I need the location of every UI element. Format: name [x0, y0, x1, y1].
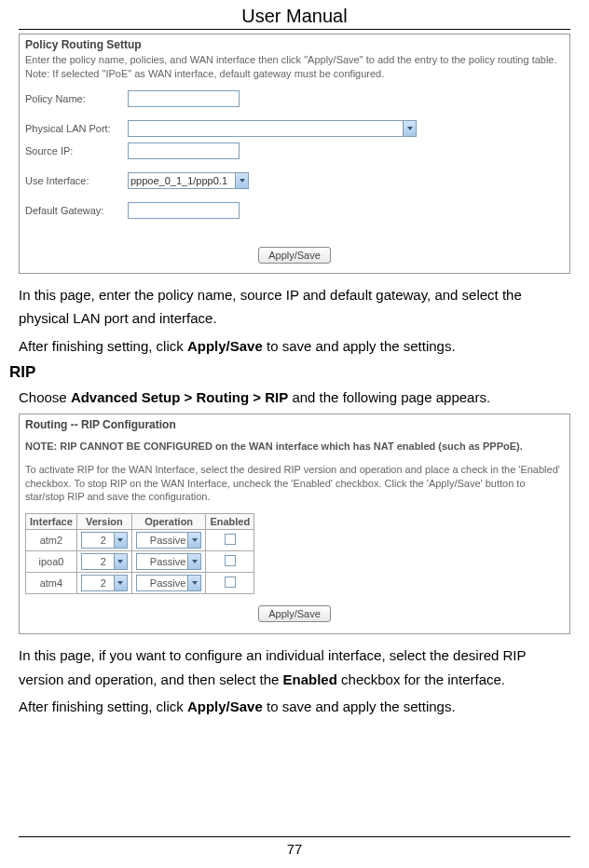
enabled-checkbox[interactable] — [225, 576, 236, 588]
page-footer: 77 — [0, 836, 589, 857]
rip-instruction-2: After finishing setting, click Apply/Sav… — [19, 695, 570, 719]
policy-apply-row: Apply/Save — [25, 247, 564, 264]
rip-config-panel: Routing -- RIP Configuration NOTE: RIP C… — [19, 414, 570, 635]
default-gateway-input[interactable] — [128, 202, 240, 219]
physical-lan-port-select[interactable] — [128, 120, 417, 137]
rip-interface-table: Interface Version Operation Enabled atm2… — [25, 513, 254, 594]
chevron-down-icon — [114, 533, 127, 548]
chevron-down-icon — [114, 554, 127, 569]
rip-panel-title: Routing -- RIP Configuration — [25, 418, 564, 431]
th-operation: Operation — [131, 514, 206, 530]
source-ip-input[interactable] — [128, 142, 240, 159]
cell-version: 2 — [76, 573, 131, 594]
rip-apply-row: Apply/Save — [25, 605, 564, 622]
cell-version: 2 — [76, 530, 131, 551]
rip-instruction-1: In this page, if you want to configure a… — [19, 644, 570, 691]
chevron-down-icon — [187, 554, 200, 569]
table-header-row: Interface Version Operation Enabled — [26, 514, 254, 530]
policy-panel-title: Policy Routing Settup — [25, 38, 564, 51]
source-ip-label: Source IP: — [25, 145, 128, 156]
table-row: ipoa0 2 Passive — [26, 551, 254, 573]
apply-save-button[interactable]: Apply/Save — [258, 605, 331, 622]
source-ip-row: Source IP: — [25, 142, 564, 159]
cell-version: 2 — [76, 551, 131, 573]
policy-name-row: Policy Name: — [25, 90, 564, 107]
table-row: atm4 2 Passive — [26, 573, 254, 594]
cell-operation: Passive — [131, 551, 206, 573]
cell-operation: Passive — [131, 573, 206, 594]
use-interface-select[interactable]: pppoe_0_1_1/ppp0.1 — [128, 172, 249, 189]
chevron-down-icon — [187, 533, 200, 548]
operation-select[interactable]: Passive — [136, 532, 202, 549]
version-select[interactable]: 2 — [81, 553, 128, 570]
enabled-checkbox[interactable] — [225, 534, 236, 545]
policy-routing-panel: Policy Routing Settup Enter the policy n… — [19, 34, 570, 274]
cell-enabled — [206, 573, 254, 594]
th-enabled: Enabled — [206, 514, 254, 530]
th-version: Version — [76, 514, 131, 530]
rip-panel-description: To activate RIP for the WAN Interface, s… — [25, 463, 564, 505]
chevron-down-icon — [235, 173, 248, 188]
use-interface-row: Use Interface: pppoe_0_1_1/ppp0.1 — [25, 172, 564, 189]
table-row: atm2 2 Passive — [26, 530, 254, 551]
chevron-down-icon — [403, 121, 416, 136]
chevron-down-icon — [187, 576, 200, 590]
physical-lan-port-row: Physical LAN Port: — [25, 120, 564, 137]
default-gateway-label: Default Gateway: — [25, 205, 128, 216]
use-interface-label: Use Interface: — [25, 175, 128, 186]
policy-name-label: Policy Name: — [25, 93, 128, 104]
policy-panel-description: Enter the policy name, policies, and WAN… — [25, 53, 564, 81]
chevron-down-icon — [114, 576, 127, 590]
cell-operation: Passive — [131, 530, 206, 551]
rip-heading: RIP — [9, 363, 580, 382]
cell-enabled — [206, 551, 254, 573]
policy-instruction-1: In this page, enter the policy name, sou… — [19, 283, 570, 331]
policy-instruction-2: After finishing setting, click Apply/Sav… — [19, 334, 570, 359]
cell-interface: ipoa0 — [26, 551, 77, 573]
operation-select[interactable]: Passive — [136, 553, 202, 570]
physical-lan-port-label: Physical LAN Port: — [25, 123, 128, 134]
operation-select[interactable]: Passive — [136, 575, 202, 591]
use-interface-value: pppoe_0_1_1/ppp0.1 — [130, 175, 227, 186]
cell-interface: atm4 — [26, 573, 77, 594]
policy-name-input[interactable] — [128, 90, 240, 107]
default-gateway-row: Default Gateway: — [25, 202, 564, 219]
page-number: 77 — [287, 841, 303, 857]
cell-enabled — [206, 530, 254, 551]
version-select[interactable]: 2 — [81, 575, 128, 591]
rip-note: NOTE: RIP CANNOT BE CONFIGURED on the WA… — [25, 441, 564, 452]
page-header: User Manual — [19, 0, 570, 30]
cell-interface: atm2 — [26, 530, 77, 551]
apply-save-button[interactable]: Apply/Save — [258, 247, 331, 264]
rip-choose-text: Choose Advanced Setup > Routing > RIP an… — [19, 386, 570, 410]
version-select[interactable]: 2 — [81, 532, 128, 549]
enabled-checkbox[interactable] — [225, 555, 236, 566]
th-interface: Interface — [26, 514, 77, 530]
